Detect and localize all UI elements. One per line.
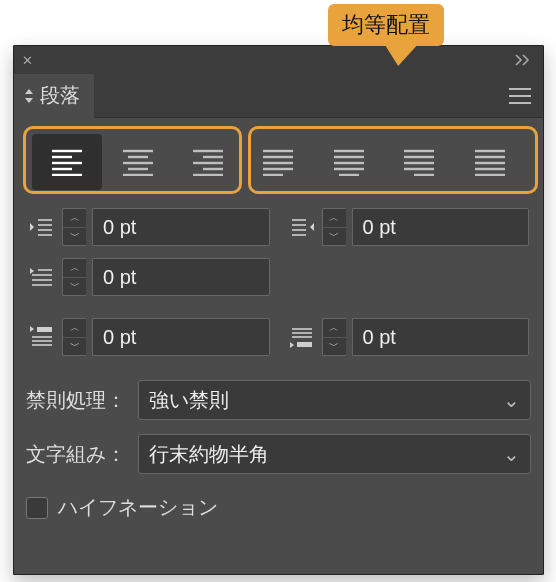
justify-last-right-button[interactable] bbox=[384, 134, 454, 190]
left-indent-input[interactable]: 0 pt bbox=[92, 208, 270, 246]
hyphenation-row: ハイフネーション bbox=[26, 494, 531, 521]
space-before-icon bbox=[28, 325, 56, 349]
justify-all-button[interactable] bbox=[455, 134, 525, 190]
space-after-field: ︿ ﹀ 0 pt bbox=[288, 318, 530, 356]
chevron-down-icon[interactable]: ﹀ bbox=[323, 228, 346, 246]
svg-rect-47 bbox=[37, 327, 52, 332]
collapse-icon[interactable] bbox=[515, 54, 535, 66]
right-indent-icon bbox=[288, 215, 316, 239]
mojikumi-row: 文字組み： 行末約物半角 ⌄ bbox=[26, 434, 531, 474]
space-after-icon bbox=[288, 325, 316, 349]
right-indent-field: ︿ ﹀ 0 pt bbox=[288, 208, 530, 246]
chevron-up-icon[interactable]: ︿ bbox=[63, 259, 86, 278]
chevron-up-icon[interactable]: ︿ bbox=[63, 209, 86, 228]
paragraph-panel: ✕ 段落 bbox=[13, 45, 544, 575]
left-indent-stepper[interactable]: ︿ ﹀ bbox=[62, 208, 86, 246]
expand-icon bbox=[24, 88, 34, 104]
first-line-indent-field: ︿ ﹀ 0 pt bbox=[28, 258, 270, 296]
chevron-down-icon[interactable]: ﹀ bbox=[323, 338, 346, 356]
justify-last-left-button[interactable] bbox=[243, 134, 313, 190]
tab-title: 段落 bbox=[40, 82, 80, 109]
chevron-down-icon: ⌄ bbox=[503, 388, 520, 412]
right-indent-input[interactable]: 0 pt bbox=[352, 208, 530, 246]
close-icon[interactable]: ✕ bbox=[22, 54, 33, 67]
space-after-stepper[interactable]: ︿ ﹀ bbox=[322, 318, 346, 356]
justify-last-center-button[interactable] bbox=[314, 134, 384, 190]
right-indent-stepper[interactable]: ︿ ﹀ bbox=[322, 208, 346, 246]
panel-body: ︿ ﹀ 0 pt ︿ ﹀ 0 pt bbox=[14, 118, 543, 535]
select-group: 禁則処理： 強い禁則 ⌄ 文字組み： 行末約物半角 ⌄ bbox=[26, 380, 531, 474]
hyphenation-label: ハイフネーション bbox=[58, 494, 218, 521]
chevron-up-icon[interactable]: ︿ bbox=[323, 209, 346, 228]
chevron-down-icon[interactable]: ﹀ bbox=[63, 278, 86, 296]
first-line-indent-stepper[interactable]: ︿ ﹀ bbox=[62, 258, 86, 296]
kinsoku-select[interactable]: 強い禁則 ⌄ bbox=[138, 380, 531, 420]
first-line-indent-icon bbox=[28, 265, 56, 289]
kinsoku-label: 禁則処理： bbox=[26, 387, 130, 414]
kinsoku-row: 禁則処理： 強い禁則 ⌄ bbox=[26, 380, 531, 420]
mojikumi-select[interactable]: 行末約物半角 ⌄ bbox=[138, 434, 531, 474]
space-before-field: ︿ ﹀ 0 pt bbox=[28, 318, 270, 356]
hyphenation-checkbox[interactable] bbox=[26, 497, 48, 519]
kinsoku-value: 強い禁則 bbox=[149, 387, 229, 414]
indent-fields: ︿ ﹀ 0 pt ︿ ﹀ 0 pt bbox=[28, 208, 529, 296]
spacing-fields: ︿ ﹀ 0 pt ︿ ﹀ bbox=[28, 318, 529, 356]
left-indent-field: ︿ ﹀ 0 pt bbox=[28, 208, 270, 246]
tab-bar: 段落 bbox=[14, 74, 543, 118]
tab-paragraph[interactable]: 段落 bbox=[14, 74, 94, 118]
space-after-input[interactable]: 0 pt bbox=[352, 318, 530, 356]
space-before-input[interactable]: 0 pt bbox=[92, 318, 270, 356]
chevron-up-icon[interactable]: ︿ bbox=[323, 319, 346, 338]
align-left-button[interactable] bbox=[32, 134, 102, 190]
callout-text: 均等配置 bbox=[342, 12, 430, 37]
left-indent-icon bbox=[28, 215, 56, 239]
alignment-row bbox=[26, 134, 531, 190]
mojikumi-label: 文字組み： bbox=[26, 441, 130, 468]
chevron-up-icon[interactable]: ︿ bbox=[63, 319, 86, 338]
space-before-stepper[interactable]: ︿ ﹀ bbox=[62, 318, 86, 356]
first-line-indent-input[interactable]: 0 pt bbox=[92, 258, 270, 296]
align-right-button[interactable] bbox=[173, 134, 243, 190]
panel-title-bar: ✕ bbox=[14, 46, 543, 74]
chevron-down-icon[interactable]: ﹀ bbox=[63, 338, 86, 356]
chevron-down-icon: ⌄ bbox=[503, 442, 520, 466]
menu-icon[interactable] bbox=[509, 88, 531, 104]
align-center-button[interactable] bbox=[102, 134, 172, 190]
chevron-down-icon[interactable]: ﹀ bbox=[63, 228, 86, 246]
svg-rect-54 bbox=[297, 342, 312, 347]
mojikumi-value: 行末約物半角 bbox=[149, 441, 269, 468]
callout-tail bbox=[378, 40, 422, 66]
